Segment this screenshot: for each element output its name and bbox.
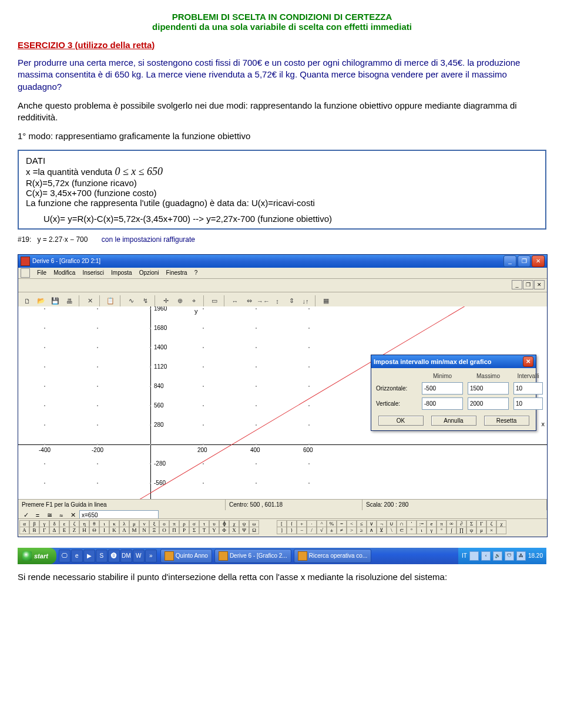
sym-Φ[interactable]: Φ <box>219 527 229 534</box>
task-item-1[interactable]: Derive 6 - [Grafico 2... <box>214 549 291 563</box>
op-11b[interactable]: \ <box>387 527 397 534</box>
dialog-ok-button[interactable]: OK <box>378 416 424 426</box>
v-min-input[interactable] <box>422 397 463 410</box>
dialog-cancel-button[interactable]: Annulla <box>431 416 476 426</box>
v-int-input[interactable] <box>513 397 543 410</box>
delete-icon[interactable]: ✕ <box>83 295 96 308</box>
system-tray[interactable]: IT ‹ 🔊 🛡 🖧 18.20 <box>458 548 546 564</box>
sym-Α[interactable]: Α <box>19 527 29 534</box>
menu-opzioni[interactable]: Opzioni <box>136 268 163 277</box>
range-icon[interactable]: ▭ <box>208 295 221 308</box>
sym-Λ[interactable]: Λ <box>119 527 129 534</box>
op-12b[interactable]: ⊂ <box>397 527 407 534</box>
sym-Π[interactable]: Π <box>169 527 179 534</box>
op-14b[interactable]: ι <box>417 527 427 534</box>
menu-imposta[interactable]: Imposta <box>108 268 136 277</box>
clock[interactable]: 18.20 <box>528 552 543 559</box>
save-icon[interactable]: 💾 <box>49 295 62 308</box>
sym-Ω[interactable]: Ω <box>249 527 259 534</box>
sym-Η[interactable]: Η <box>79 527 89 534</box>
tray-icon-1[interactable] <box>469 551 479 561</box>
tray-volume-icon[interactable]: 🔊 <box>493 551 502 561</box>
op-8b[interactable]: ≥ <box>357 527 367 534</box>
h-int-input[interactable] <box>513 382 543 395</box>
op-6b[interactable]: ≠ <box>337 527 347 534</box>
dialog-titlebar[interactable]: Imposta intervallo min/max del grafico ✕ <box>371 355 536 368</box>
op-4b[interactable]: √ <box>317 527 327 534</box>
menu-?[interactable]: ? <box>191 268 202 277</box>
dialog-close-button[interactable]: ✕ <box>523 356 533 367</box>
sym-Ζ[interactable]: Ζ <box>69 527 79 534</box>
ql-ie-icon[interactable]: e <box>71 550 83 562</box>
menu-modifica[interactable]: Modifica <box>50 268 79 277</box>
h-min-input[interactable] <box>422 382 463 395</box>
copy-icon[interactable]: 📋 <box>104 295 117 308</box>
algebra-icon[interactable]: ▦ <box>320 295 333 308</box>
ql-expand-icon[interactable]: » <box>145 550 157 562</box>
tray-chevron-icon[interactable]: ‹ <box>481 551 491 561</box>
ql-word-icon[interactable]: W <box>133 550 145 562</box>
lang-indicator[interactable]: IT <box>462 552 467 559</box>
sym-Σ[interactable]: Σ <box>189 527 199 534</box>
task-item-2[interactable]: Ricerca operativa co... <box>294 549 372 563</box>
zoom-up-icon[interactable]: ↕ <box>271 295 284 308</box>
sym-Ξ[interactable]: Ξ <box>149 527 159 534</box>
sym-Τ[interactable]: Τ <box>199 527 209 534</box>
zoom-out-v-icon[interactable]: ⇕ <box>285 295 298 308</box>
sym-Ρ[interactable]: Ρ <box>179 527 189 534</box>
mdi-minimize-button[interactable]: _ <box>512 280 522 289</box>
sym-Ι[interactable]: Ι <box>99 527 109 534</box>
windows-taskbar[interactable]: start 🖵 e ▶ S 🅞 DM W » Quinto AnnoDerive… <box>18 548 546 564</box>
new-icon[interactable]: 🗋 <box>21 295 33 308</box>
sym-Β[interactable]: Β <box>29 527 39 534</box>
op-13b[interactable]: ° <box>407 527 417 534</box>
h-max-input[interactable] <box>468 382 509 395</box>
center-cross-icon[interactable]: ⊕ <box>173 295 186 308</box>
op-22b[interactable] <box>496 527 506 534</box>
print-icon[interactable]: 🖶 <box>63 295 76 308</box>
sym-Ν[interactable]: Ν <box>139 527 149 534</box>
sym-Γ[interactable]: Γ <box>39 527 49 534</box>
ql-desktop-icon[interactable]: 🖵 <box>59 550 70 562</box>
op-15b[interactable]: γ <box>427 527 437 534</box>
ql-mplayer-icon[interactable]: ▶ <box>83 550 95 562</box>
plot-icon[interactable]: ∿ <box>125 295 137 308</box>
op-9b[interactable]: ∧ <box>367 527 377 534</box>
sym-Ε[interactable]: Ε <box>59 527 69 534</box>
minimize-button[interactable]: _ <box>503 255 516 267</box>
op-10b[interactable]: ⊻ <box>377 527 387 534</box>
range-dialog[interactable]: Imposta intervallo min/max del grafico ✕… <box>371 355 536 431</box>
dialog-reset-button[interactable]: Resetta <box>484 416 529 426</box>
op-20b[interactable]: μ <box>476 527 486 534</box>
zoom-left-icon[interactable]: ↔ <box>229 295 241 308</box>
sym-Δ[interactable]: Δ <box>49 527 59 534</box>
ql-op-icon[interactable]: 🅞 <box>108 550 120 562</box>
op-0b[interactable]: ] <box>277 527 287 534</box>
center-origin-icon[interactable]: ⌖ <box>187 295 200 308</box>
start-button[interactable]: start <box>18 548 56 564</box>
sym-Χ[interactable]: Χ <box>229 527 239 534</box>
tray-shield-icon[interactable]: 🛡 <box>505 551 514 561</box>
mdi-restore-button[interactable]: ❐ <box>523 280 533 289</box>
op-18b[interactable]: ∏ <box>456 527 466 534</box>
task-item-0[interactable]: Quinto Anno <box>160 549 212 563</box>
op-19b[interactable]: ψ <box>466 527 476 534</box>
close-button[interactable]: ✕ <box>532 255 545 267</box>
zoom-in-h-icon[interactable]: →← <box>257 295 270 308</box>
sym-Μ[interactable]: Μ <box>129 527 139 534</box>
sym-Κ[interactable]: Κ <box>109 527 119 534</box>
op-2b[interactable]: − <box>297 527 307 534</box>
op-16b[interactable]: ° <box>437 527 446 534</box>
ql-dm-icon[interactable]: DM <box>120 550 132 562</box>
sym-Υ[interactable]: Υ <box>209 527 219 534</box>
sym-Θ[interactable]: Θ <box>89 527 99 534</box>
zoom-right-icon[interactable]: ⇔ <box>243 295 256 308</box>
mdi-icon[interactable] <box>21 268 30 278</box>
ql-skype-icon[interactable]: S <box>96 550 108 562</box>
sym-Ψ[interactable]: Ψ <box>239 527 249 534</box>
mdi-close-button[interactable]: ✕ <box>534 280 545 289</box>
trace-icon[interactable]: ↯ <box>139 295 152 308</box>
op-17b[interactable]: ∫ <box>446 527 456 534</box>
menu-inserisci[interactable]: Inserisci <box>79 268 108 277</box>
zoom-in-v-icon[interactable]: ↓↑ <box>299 295 312 308</box>
